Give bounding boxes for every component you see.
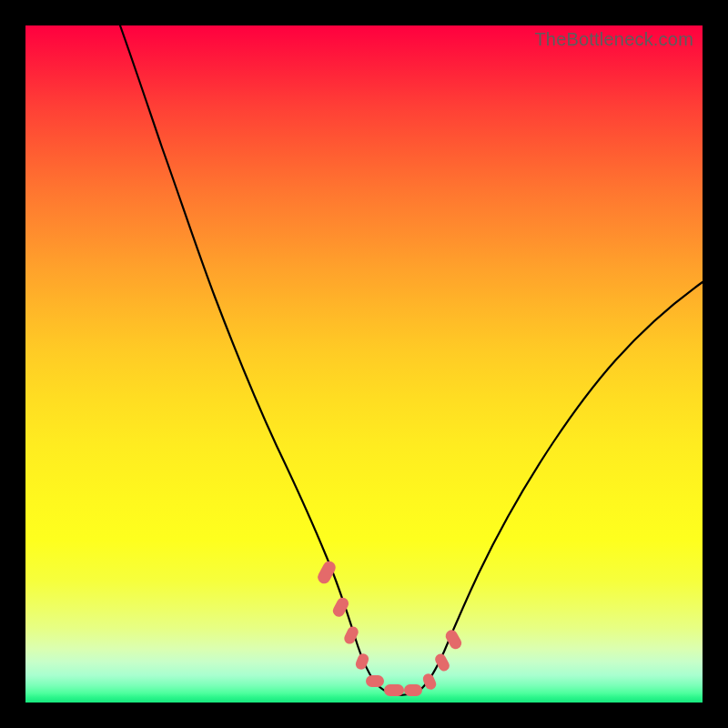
bead-marker	[384, 684, 404, 696]
bead-marker	[316, 559, 339, 586]
bead-marker	[404, 684, 422, 696]
chart-frame: TheBottleneck.com	[0, 0, 728, 728]
curve-svg	[25, 25, 703, 703]
bead-marker	[421, 672, 438, 691]
bottleneck-curve	[120, 25, 703, 695]
bead-marker	[366, 675, 384, 687]
plot-area: TheBottleneck.com	[25, 25, 703, 703]
